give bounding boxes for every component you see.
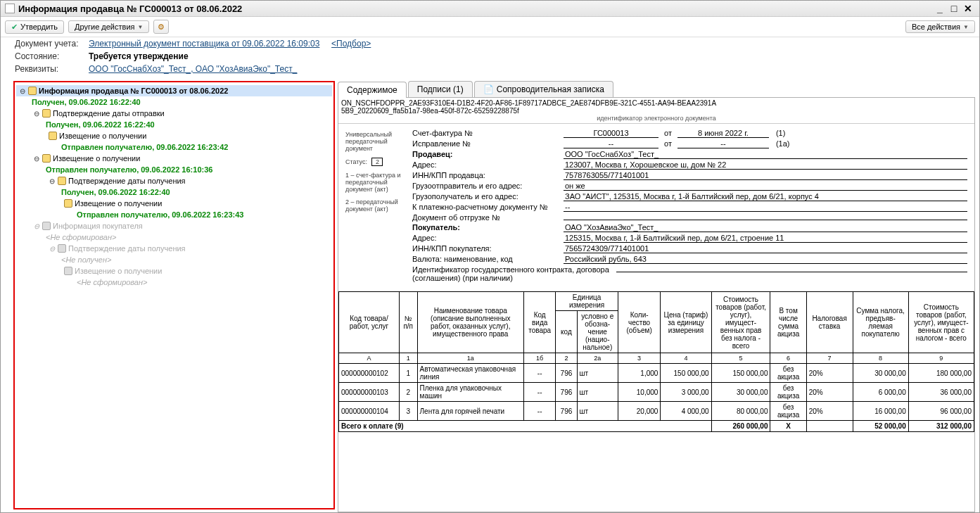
meta-state-row: Состояние: Требуется утверждение xyxy=(1,50,979,63)
tab-content[interactable]: Содержимое xyxy=(338,82,407,98)
th-name: Наименование товара (описание выполненны… xyxy=(417,292,523,353)
innkpp-b-label: ИНН/КПП покупателя: xyxy=(412,244,564,253)
col-num: 1а xyxy=(417,353,523,364)
table-row[interactable]: 0000000001021Автоматическая упаковочная … xyxy=(339,364,974,383)
tab-note[interactable]: 📄Сопроводительная записка xyxy=(474,81,613,97)
collapse-icon: ⊖ xyxy=(33,222,40,230)
tree-item-label: Извещение о получении xyxy=(75,267,162,275)
doc-uchet-link[interactable]: Электронный документ поставщика от 09.06… xyxy=(89,39,319,49)
sf-no: ГС000013 xyxy=(564,129,658,138)
meta-doc-row: Документ учета: Электронный документ пос… xyxy=(1,37,979,50)
collapse-icon: ⊖ xyxy=(49,245,56,253)
tool-icon-button[interactable]: ⚙ xyxy=(153,20,169,34)
tree-item-disabled: ⊖ Подтверждение даты получения xyxy=(16,243,332,254)
tree-item-label: Подтверждение даты отправки xyxy=(53,109,165,118)
tree-item-label: Информация покупателя xyxy=(53,222,143,230)
doc-uchet-label: Документ учета: xyxy=(15,39,82,49)
tree-item-label: Подтверждение даты получения xyxy=(68,244,186,253)
chevron-down-icon: ▼ xyxy=(138,24,144,30)
shipdoc-val xyxy=(564,220,967,220)
seller-label: Продавец: xyxy=(412,150,564,158)
col-num: 8 xyxy=(853,353,908,364)
tree-item[interactable]: Извещение о получении xyxy=(16,198,332,209)
doc-id-line2: 5B9_20220609_ffa5b1a7-98ea-450f-872c-652… xyxy=(341,107,972,115)
req-link[interactable]: ООО "ГосСнабХоз"_Тест_, ОАО "ХозАвиаЭко"… xyxy=(89,64,297,74)
collapse-icon[interactable]: ⊖ xyxy=(49,177,56,185)
isp-no: -- xyxy=(564,139,658,148)
gov-val xyxy=(616,272,967,272)
th-kind: Код вида товара xyxy=(523,292,555,353)
maximize-button[interactable]: □ xyxy=(947,3,961,14)
req-label: Реквизиты: xyxy=(15,64,82,74)
col-num: 2 xyxy=(556,353,577,364)
approve-button[interactable]: ✔ Утвердить xyxy=(5,20,64,34)
tree-item[interactable]: ⊖ Подтверждение даты получения xyxy=(16,175,332,186)
table-row[interactable]: 0000000001032Пленка для упаковочных маши… xyxy=(339,383,974,402)
gov-label: Идентификатор государственного контракта… xyxy=(412,265,616,282)
col-num: 5 xyxy=(711,353,770,364)
tree-item-status: Отправлен получателю, 09.06.2022 16:23:4… xyxy=(64,210,243,219)
state-value: Требуется утверждение xyxy=(89,51,189,61)
th-tax: Сумма налога, предъяв-ляемая покупателю xyxy=(853,292,908,353)
doc-id-caption: идентификатор электронного документа xyxy=(341,115,972,122)
shipdoc-label: Документ об отгрузке № xyxy=(412,213,564,222)
chevron-down-icon: ▼ xyxy=(963,24,969,30)
tree-panel: ⊖ Информация продавца № ГС000013 от 08.0… xyxy=(13,81,335,509)
tree-item-status: <Не получен> xyxy=(49,255,111,264)
total-grand: 312 000,00 xyxy=(908,421,974,432)
col-num: А xyxy=(339,353,400,364)
innkpp-s-val: 7578763055/771401001 xyxy=(564,171,967,180)
doc-icon xyxy=(42,222,51,230)
th-sum: Стоимость товаров (работ, услуг), имущес… xyxy=(711,292,770,353)
total-x: X xyxy=(770,421,806,432)
tree-item[interactable]: ⊖ Извещение о получении xyxy=(16,153,332,164)
doc-icon xyxy=(58,177,66,185)
minimize-button[interactable]: _ xyxy=(933,3,947,14)
col-num: 1 xyxy=(399,353,417,364)
paydoc-label: К платежно-расчетному документу № xyxy=(412,203,564,211)
tabs: Содержимое Подписи (1) 📄Сопроводительная… xyxy=(338,81,975,98)
table-row[interactable]: 0000000001043Лента для горячей печати--7… xyxy=(339,402,974,421)
window-title: Информация продавца № ГС000013 от 08.06.… xyxy=(18,4,242,14)
other-actions-button[interactable]: Другие действия ▼ xyxy=(68,20,149,33)
th-total: Стоимость товаров (работ, услуг), имущес… xyxy=(908,292,974,353)
isp-ot: от xyxy=(658,139,677,148)
titlebar: Информация продавца № ГС000013 от 08.06.… xyxy=(1,1,979,17)
collapse-icon[interactable]: ⊖ xyxy=(19,87,26,95)
close-button[interactable]: ✕ xyxy=(961,3,975,14)
all-actions-button[interactable]: Все действия ▼ xyxy=(905,20,975,33)
state-label: Состояние: xyxy=(15,51,82,61)
collapse-icon[interactable]: ⊖ xyxy=(33,110,40,118)
baddr-label: Адрес: xyxy=(412,234,564,242)
tree-item[interactable]: ⊖ Подтверждение даты отправки xyxy=(16,108,332,119)
note-icon: 📄 xyxy=(483,84,494,94)
baddr-val: 125315, Москва г, 1-й Балтийский пер, до… xyxy=(564,234,967,243)
side-label-upd: Универсальный передаточный документ xyxy=(345,128,405,155)
th-excise: В том числе сумма акциза xyxy=(770,292,806,353)
tab-signs[interactable]: Подписи (1) xyxy=(408,81,473,97)
side-labels: Универсальный передаточный документ Стат… xyxy=(345,128,405,283)
paydoc-val: -- xyxy=(564,203,967,212)
tree-item-status: <Не сформирован> xyxy=(64,278,147,286)
col-num: 2а xyxy=(577,353,618,364)
tab-label: Сопроводительная записка xyxy=(497,84,604,94)
toolbar: ✔ Утвердить Другие действия ▼ ⚙ Все дейс… xyxy=(1,17,979,37)
collapse-icon[interactable]: ⊖ xyxy=(33,155,40,163)
tree-root-title: Информация продавца № ГС000013 от 08.06.… xyxy=(39,87,228,95)
th-unit-code: код xyxy=(556,311,577,353)
approve-label: Утвердить xyxy=(20,23,58,31)
tree-item[interactable]: Извещение о получении xyxy=(16,130,332,141)
doc-icon xyxy=(64,199,72,208)
doc-icon xyxy=(49,132,57,140)
podbor-link[interactable]: <Подбор> xyxy=(331,39,371,49)
tree-item-label: Извещение о получении xyxy=(59,132,146,140)
tab-label: Содержимое xyxy=(347,85,397,95)
check-icon: ✔ xyxy=(11,23,18,32)
col-num: 1б xyxy=(523,353,555,364)
cur-label: Валюта: наименование, код xyxy=(412,255,564,263)
tree-item-disabled: ⊖ Информация покупателя xyxy=(16,220,332,232)
doc-view[interactable]: ON_NSCHFDOPPR_2AE93F310E4-D1B2-4F20-AF86… xyxy=(338,98,975,512)
col-num: 3 xyxy=(618,353,661,364)
tree-root[interactable]: ⊖ Информация продавца № ГС000013 от 08.0… xyxy=(16,85,332,96)
all-actions-label: Все действия xyxy=(912,23,960,31)
